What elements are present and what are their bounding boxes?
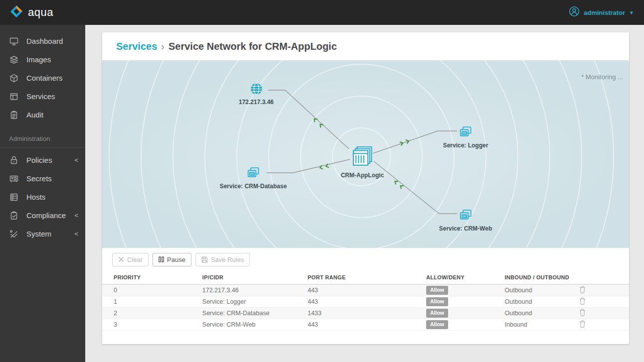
- trash-icon: [579, 297, 586, 305]
- sidebar-item-dashboard[interactable]: Dashboard: [0, 32, 85, 50]
- cell-port: 443: [308, 321, 426, 328]
- node-service-logger[interactable]: Service: Logger: [443, 125, 488, 149]
- breadcrumb-services-link[interactable]: Services: [116, 41, 157, 52]
- page-title: Service Network for CRM-AppLogic: [168, 41, 337, 52]
- sidebar-item-label: Hosts: [26, 193, 78, 201]
- clear-x-icon: [118, 256, 124, 262]
- safe-icon: [9, 174, 19, 184]
- logo-text: aqua: [28, 6, 53, 19]
- sidebar-item-label: Secrets: [26, 174, 78, 183]
- services-icon: [9, 92, 19, 102]
- delete-rule-button[interactable]: [576, 309, 586, 318]
- aqua-logo-icon: [10, 5, 23, 20]
- node-service-crm-web[interactable]: Service: CRM-Web: [439, 209, 492, 232]
- rules-table-header: PRIORITY IP/CIDR PORT RANGE ALLOW/DENY I…: [102, 271, 629, 285]
- clear-button[interactable]: Clear: [112, 253, 149, 266]
- cell-direction: Inbound: [505, 321, 577, 328]
- user-icon: [569, 6, 580, 19]
- sidebar-item-secrets[interactable]: Secrets: [0, 169, 85, 188]
- rules-toolbar: Clear Pause Save Rules: [102, 248, 629, 271]
- column-header-priority: PRIORITY: [102, 274, 202, 280]
- monitoring-status: * Monitoring ...: [581, 73, 623, 81]
- sidebar-item-containers[interactable]: Containers: [0, 69, 85, 87]
- service-icon: [459, 209, 472, 222]
- pause-button[interactable]: Pause: [153, 253, 191, 266]
- node-label: 172.217.3.46: [239, 99, 274, 106]
- chevron-left-icon: <: [74, 212, 78, 219]
- sidebar-item-label: System: [26, 230, 74, 238]
- cell-target: Service: CRM-Web: [202, 321, 308, 328]
- sidebar: Dashboard Images Containers Services Aud…: [0, 25, 85, 362]
- table-row: 3 Service: CRM-Web 443 Allow Inbound: [102, 319, 629, 331]
- trash-icon: [579, 320, 586, 328]
- service-network-card: Services › Service Network for CRM-AppLo…: [102, 32, 629, 344]
- server-icon: [9, 192, 19, 202]
- sidebar-item-compliance[interactable]: Compliance <: [0, 206, 85, 225]
- cell-port: 1433: [308, 310, 426, 317]
- breadcrumb: Services › Service Network for CRM-AppLo…: [102, 32, 629, 60]
- cell-port: 443: [308, 298, 426, 305]
- cell-target: Service: Logger: [202, 298, 308, 305]
- cell-direction: Outbound: [505, 310, 577, 317]
- column-header-port-range: PORT RANGE: [308, 274, 426, 280]
- user-name: administrator: [584, 9, 625, 16]
- delete-rule-button[interactable]: [576, 286, 586, 295]
- clear-button-label: Clear: [127, 256, 143, 263]
- globe-icon: [249, 82, 263, 96]
- allow-badge: Allow: [426, 286, 448, 295]
- sidebar-item-images[interactable]: Images: [0, 50, 85, 69]
- top-header: aqua administrator ▼: [0, 0, 644, 25]
- cell-direction: Outbound: [505, 287, 577, 294]
- chevron-left-icon: <: [74, 156, 78, 164]
- cell-priority: 3: [102, 321, 202, 328]
- service-icon: [247, 166, 260, 180]
- sidebar-item-services[interactable]: Services: [0, 87, 85, 106]
- cell-target: Service: CRM-Database: [202, 310, 308, 317]
- cell-priority: 2: [102, 310, 202, 317]
- delete-rule-button[interactable]: [576, 297, 586, 306]
- cell-target: 172.217.3.46: [202, 287, 308, 294]
- dashboard-icon: [9, 36, 19, 46]
- allow-badge: Allow: [426, 320, 448, 329]
- breadcrumb-separator: ›: [161, 41, 164, 52]
- node-crm-applogic[interactable]: CRM-AppLogic: [341, 145, 384, 179]
- pause-button-label: Pause: [167, 256, 185, 263]
- sidebar-item-label: Images: [26, 55, 78, 64]
- save-disk-icon: [201, 256, 208, 263]
- allow-badge: Allow: [426, 309, 448, 318]
- sidebar-item-policies[interactable]: Policies <: [0, 151, 85, 169]
- sidebar-item-label: Dashboard: [26, 37, 78, 45]
- sidebar-item-label: Audit: [26, 111, 78, 119]
- delete-rule-button[interactable]: [576, 320, 586, 329]
- containers-icon: [9, 73, 19, 83]
- main-content: Services › Service Network for CRM-AppLo…: [85, 25, 644, 362]
- node-label: Service: CRM-Database: [220, 183, 287, 190]
- user-menu[interactable]: administrator ▼: [569, 0, 634, 25]
- aqua-logo[interactable]: aqua: [0, 5, 85, 20]
- sidebar-item-hosts[interactable]: Hosts: [0, 188, 85, 206]
- column-header-ip-cidr: IP/CIDR: [202, 274, 308, 280]
- trash-icon: [579, 309, 586, 316]
- service-network-diagram: 172.217.3.46 Service: Logger: [102, 60, 629, 248]
- cell-port: 443: [308, 287, 426, 294]
- chevron-left-icon: <: [74, 230, 78, 238]
- sidebar-item-label: Policies: [26, 156, 74, 164]
- sidebar-item-system[interactable]: System <: [0, 225, 85, 243]
- user-caret-icon: ▼: [629, 10, 634, 15]
- column-header-inbound-outbound: INBOUND / OUTBOUND: [505, 274, 577, 280]
- node-label: Service: CRM-Web: [439, 225, 492, 232]
- sidebar-item-audit[interactable]: Audit: [0, 106, 85, 124]
- node-label: CRM-AppLogic: [341, 172, 384, 179]
- cell-direction: Outbound: [505, 298, 577, 305]
- node-external-ip[interactable]: 172.217.3.46: [239, 82, 274, 106]
- tools-icon: [9, 229, 19, 239]
- sidebar-section-administration: Administration: [0, 135, 85, 148]
- table-row: 0 172.217.3.46 443 Allow Outbound: [102, 285, 629, 296]
- main-service-icon: [350, 145, 374, 169]
- lock-icon: [9, 155, 19, 165]
- rules-table: PRIORITY IP/CIDR PORT RANGE ALLOW/DENY I…: [102, 271, 629, 331]
- node-service-crm-database[interactable]: Service: CRM-Database: [220, 166, 287, 190]
- save-rules-button[interactable]: Save Rules: [195, 253, 250, 266]
- service-icon: [459, 125, 472, 139]
- clipboard-check-icon: [9, 211, 19, 221]
